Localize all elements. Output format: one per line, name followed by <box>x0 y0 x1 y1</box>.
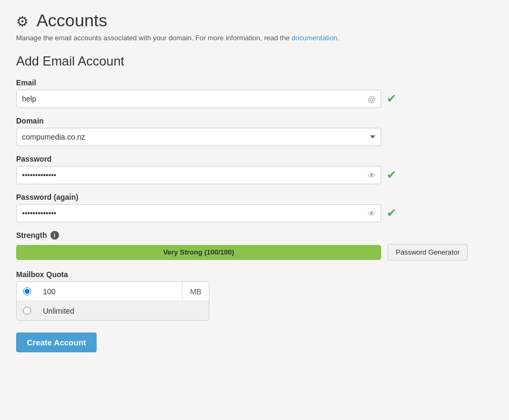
quota-unlimited-radio-cell <box>17 301 38 320</box>
strength-bar-container: Very Strong (100/100) <box>16 245 381 260</box>
quota-mb-radio[interactable] <box>23 287 31 295</box>
strength-group: Strength i Very Strong (100/100) Passwor… <box>16 231 493 260</box>
email-group: Email @ ✔ <box>16 78 493 108</box>
documentation-link[interactable]: documentation <box>292 34 337 42</box>
mailbox-quota-section: Mailbox Quota 100 MB Unlimited <box>16 270 493 321</box>
password-label: Password <box>16 155 493 163</box>
quota-mb-radio-cell <box>17 282 38 301</box>
password-input-wrapper: 👁 <box>16 166 381 184</box>
page-subtitle: Manage the email accounts associated wit… <box>16 34 493 42</box>
form-section-title: Add Email Account <box>16 54 493 69</box>
email-label: Email <box>16 78 493 87</box>
strength-row: Very Strong (100/100) Password Generator <box>16 244 493 260</box>
password-again-input-row: 👁 ✔ <box>16 204 493 222</box>
quota-unlimited-row: Unlimited <box>17 301 209 320</box>
password-again-valid-check-icon: ✔ <box>387 206 396 220</box>
password-input[interactable] <box>16 166 381 184</box>
page-header: ⚙ Accounts <box>16 11 493 31</box>
password-again-group: Password (again) 👁 ✔ <box>16 193 493 222</box>
quota-unlimited-label: Unlimited <box>38 302 209 320</box>
strength-label-text: Strength <box>16 231 47 240</box>
password-valid-check-icon: ✔ <box>387 168 396 182</box>
password-input-row: 👁 ✔ <box>16 166 493 184</box>
password-generator-button[interactable]: Password Generator <box>388 244 468 260</box>
strength-info-icon[interactable]: i <box>50 231 59 240</box>
quota-mb-value: 100 <box>38 283 182 301</box>
strength-bar: Very Strong (100/100) <box>17 245 381 259</box>
domain-select[interactable]: compumedia.co.nz <box>16 128 381 146</box>
password-group: Password 👁 ✔ <box>16 155 493 184</box>
quota-unlimited-radio[interactable] <box>23 307 31 315</box>
email-input-wrapper: @ <box>16 90 381 108</box>
email-input[interactable] <box>16 90 381 108</box>
email-valid-check-icon: ✔ <box>387 92 396 106</box>
strength-label-row: Strength i <box>16 231 493 240</box>
password-again-input[interactable] <box>16 204 381 222</box>
domain-label: Domain <box>16 117 493 125</box>
mailbox-quota-label: Mailbox Quota <box>16 270 493 279</box>
email-input-row: @ ✔ <box>16 90 493 108</box>
domain-group: Domain compumedia.co.nz <box>16 117 493 146</box>
quota-mb-row: 100 MB <box>17 282 209 301</box>
quota-table: 100 MB Unlimited <box>16 281 209 321</box>
page-title: Accounts <box>37 11 107 31</box>
create-account-button[interactable]: Create Account <box>16 332 97 352</box>
gear-icon: ⚙ <box>16 13 31 28</box>
quota-mb-unit: MB <box>182 283 209 301</box>
password-again-label: Password (again) <box>16 193 493 201</box>
password-again-input-wrapper: 👁 <box>16 204 381 222</box>
